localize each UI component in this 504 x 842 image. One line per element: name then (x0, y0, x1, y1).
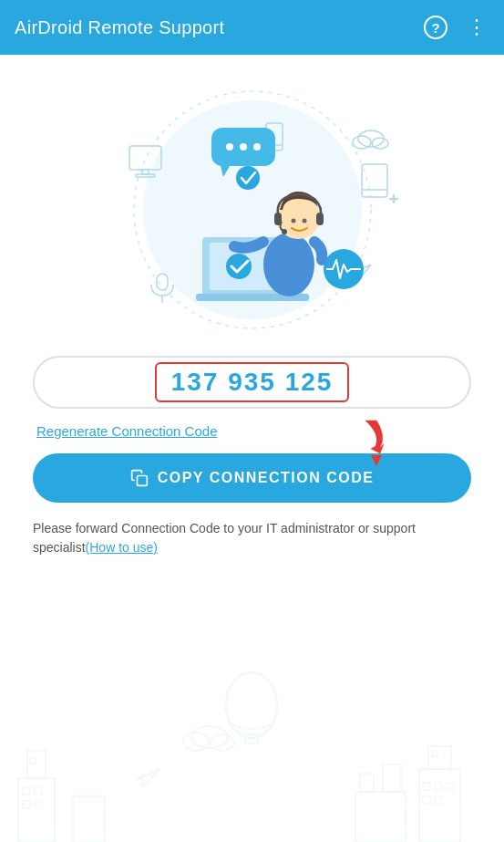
svg-rect-54 (423, 783, 430, 790)
svg-point-10 (353, 136, 371, 149)
svg-rect-47 (23, 787, 30, 795)
info-text-area: Please forward Connection Code to your I… (33, 519, 471, 557)
svg-rect-58 (435, 796, 442, 804)
svg-rect-49 (23, 801, 30, 808)
svg-point-43 (211, 734, 234, 751)
svg-rect-63 (383, 764, 401, 792)
svg-rect-52 (419, 769, 460, 842)
regenerate-area: Regenerate Connection Code (33, 423, 471, 439)
hero-illustration (33, 73, 471, 338)
svg-point-25 (226, 254, 252, 279)
svg-rect-46 (27, 751, 46, 778)
svg-point-19 (226, 143, 233, 151)
copy-icon (130, 469, 149, 487)
how-to-use-link[interactable]: (How to use) (86, 540, 158, 555)
svg-rect-57 (423, 796, 430, 804)
svg-point-11 (372, 138, 388, 149)
app-title: AirDroid Remote Support (15, 17, 224, 38)
help-button[interactable]: ? (424, 16, 447, 39)
copy-button-label: COPY CONNECTION CODE (158, 470, 375, 486)
svg-rect-60 (73, 796, 105, 842)
svg-point-21 (253, 143, 261, 151)
svg-point-32 (302, 219, 306, 223)
svg-rect-61 (355, 792, 406, 842)
svg-rect-48 (35, 787, 42, 795)
bottom-decoration (0, 660, 504, 842)
copy-connection-code-button[interactable]: COPY CONNECTION CODE (33, 453, 471, 503)
svg-rect-50 (35, 801, 42, 808)
main-content: 137 935 125 Regenerate Connection Code C… (0, 55, 504, 842)
svg-rect-36 (137, 476, 147, 486)
svg-point-42 (183, 733, 209, 751)
svg-rect-53 (428, 746, 451, 769)
code-highlight-border: 137 935 125 (155, 362, 350, 402)
svg-point-37 (226, 672, 277, 738)
header-actions: ? ⋮ (424, 15, 489, 40)
svg-point-41 (191, 726, 228, 748)
svg-rect-59 (432, 751, 437, 756)
svg-rect-56 (447, 783, 454, 790)
regenerate-link[interactable]: Regenerate Connection Code (36, 423, 217, 439)
connection-code: 137 935 125 (171, 368, 334, 396)
app-header: AirDroid Remote Support ? ⋮ (0, 0, 504, 55)
svg-point-34 (236, 166, 260, 190)
svg-rect-7 (362, 164, 387, 197)
svg-point-30 (282, 229, 287, 234)
more-menu-button[interactable]: ⋮ (464, 15, 489, 40)
svg-rect-29 (316, 213, 324, 225)
svg-marker-44 (137, 769, 159, 787)
svg-point-31 (291, 219, 295, 223)
svg-rect-51 (30, 758, 36, 764)
svg-rect-62 (360, 774, 374, 792)
arrow-indicator (355, 419, 398, 473)
svg-point-26 (263, 233, 314, 296)
connection-code-box: 137 935 125 (33, 356, 471, 409)
svg-point-20 (240, 143, 247, 151)
svg-marker-35 (371, 455, 382, 466)
svg-rect-55 (435, 783, 442, 790)
